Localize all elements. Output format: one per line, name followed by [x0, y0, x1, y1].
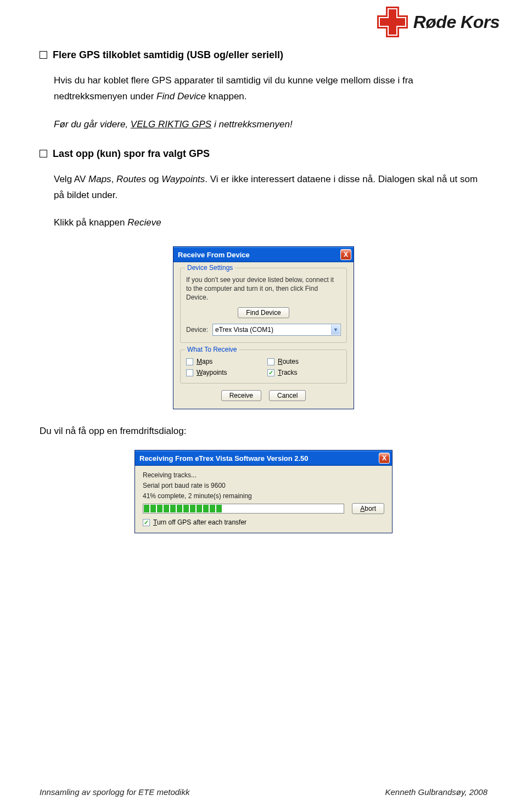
device-select-value: eTrex Vista (COM1): [215, 326, 273, 334]
page-footer: Innsamling av sporlogg for ETE metodikk …: [40, 787, 487, 797]
checkbox-icon: [186, 358, 193, 365]
footer-left: Innsamling av sporlogg for ETE metodikk: [40, 787, 189, 797]
what-to-receive-group: What To Receive Maps Routes Waypoints: [180, 349, 347, 384]
dialog-title: Receive From Device: [178, 251, 340, 259]
dialog-title: Receiving From eTrex Vista Software Vers…: [139, 454, 379, 463]
section-paragraph: Hvis du har koblet flere GPS apparater t…: [54, 73, 487, 105]
brand-name: Røde Kors: [413, 12, 500, 32]
section-instruction: Klikk på knappen Recieve: [54, 215, 487, 231]
checkbox-icon: ✓: [143, 519, 150, 526]
chevron-down-icon: ▼: [331, 325, 340, 335]
checkbox-turn-off-gps[interactable]: ✓ Turn off GPS after each transfer: [143, 518, 246, 526]
checkbox-icon: [186, 369, 193, 376]
group-label: Device Settings: [185, 264, 235, 272]
close-icon[interactable]: X: [340, 249, 351, 260]
device-label: Device:: [186, 326, 208, 334]
footer-right: Kenneth Gulbrandsøy, 2008: [385, 787, 487, 797]
progress-status-line: Receiving tracks...: [143, 471, 384, 479]
receive-button[interactable]: Receive: [221, 390, 261, 401]
receive-dialog: Receive From Device X Device Settings If…: [173, 246, 354, 409]
dialog-titlebar: Receive From Device X: [173, 247, 354, 262]
section-note: Før du går videre, VELG RIKTIG GPS i net…: [54, 117, 487, 133]
device-select[interactable]: eTrex Vista (COM1) ▼: [212, 324, 341, 336]
dialog-titlebar: Receiving From eTrex Vista Software Vers…: [135, 450, 392, 466]
checkbox-icon: [267, 358, 274, 365]
checkbox-routes[interactable]: Routes: [267, 358, 341, 365]
section-heading: Flere GPS tilkoblet samtidig (USB og/ell…: [53, 49, 283, 61]
find-device-button[interactable]: Find Device: [238, 307, 289, 318]
close-icon[interactable]: X: [379, 453, 390, 464]
checkbox-waypoints[interactable]: Waypoints: [186, 369, 260, 376]
device-settings-group: Device Settings If you don't see your de…: [180, 268, 347, 343]
bullet-checkbox-icon: [40, 150, 47, 157]
cancel-button[interactable]: Cancel: [269, 390, 306, 401]
progress-dialog: Receiving From eTrex Vista Software Vers…: [134, 450, 393, 533]
checkbox-maps[interactable]: Maps: [186, 358, 260, 365]
checkbox-tracks[interactable]: ✓ Tracks: [267, 369, 341, 376]
progress-percent-line: 41% complete, 2 minute(s) remaining: [143, 492, 384, 500]
brand-logo: Røde Kors: [377, 7, 500, 37]
red-cross-icon: [377, 7, 408, 37]
progress-bar: [143, 504, 344, 514]
bullet-checkbox-icon: [40, 51, 47, 59]
group-label: What To Receive: [185, 346, 239, 353]
progress-baud-line: Serial port baud rate is 9600: [143, 482, 384, 489]
section-heading: Last opp (kun) spor fra valgt GPS: [53, 148, 210, 160]
abort-button[interactable]: Abort: [352, 503, 384, 514]
group-help-text: If you don't see your device listed belo…: [186, 276, 341, 302]
progress-intro-text: Du vil nå få opp en fremdriftsdialog:: [40, 426, 487, 437]
section-paragraph: Velg AV Maps, Routes og Waypoints. Vi er…: [54, 172, 487, 204]
checkbox-icon: ✓: [267, 369, 274, 376]
